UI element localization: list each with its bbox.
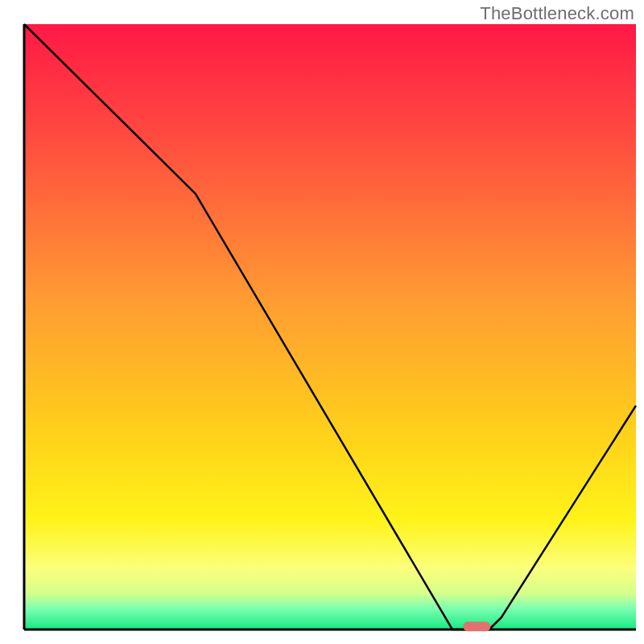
chart-container: TheBottleneck.com [0,0,644,644]
plot-area [24,24,636,631]
optimal-marker [463,621,490,631]
bottleneck-chart [0,0,644,644]
